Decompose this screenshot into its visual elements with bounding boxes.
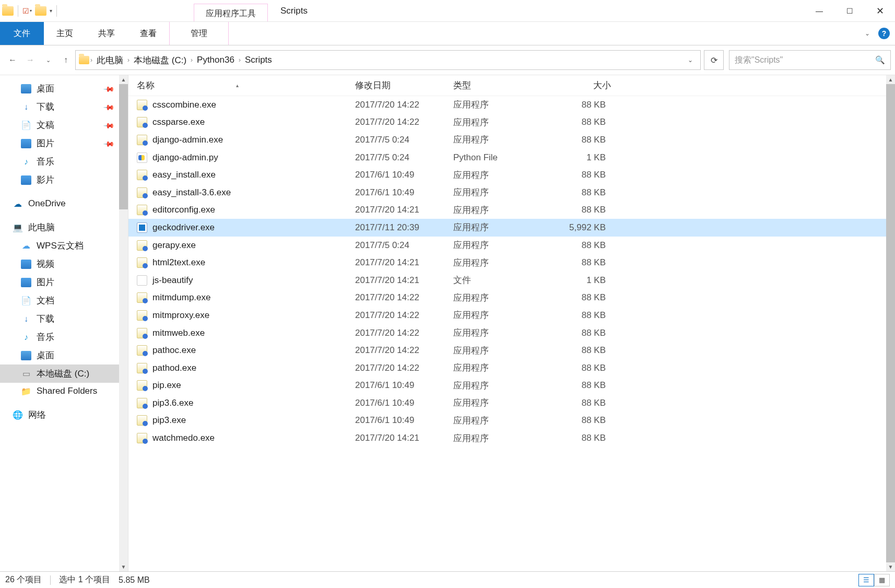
chevron-right-icon[interactable]: ›: [127, 56, 129, 64]
file-row[interactable]: cssparse.exe2017/7/20 14:22应用程序88 KB: [128, 114, 895, 132]
file-row[interactable]: pathoc.exe2017/7/20 14:22应用程序88 KB: [128, 342, 895, 359]
search-input[interactable]: [735, 55, 875, 65]
nav-item[interactable]: 📁Shared Folders: [0, 383, 128, 399]
sort-asc-icon: ▴: [236, 83, 239, 88]
file-type: 应用程序: [453, 186, 551, 198]
app-folder-icon[interactable]: [2, 6, 14, 16]
status-size: 5.85 MB: [119, 575, 150, 585]
address-dropdown-button[interactable]: ⌄: [684, 56, 697, 64]
nav-item[interactable]: 影片: [0, 171, 128, 189]
scroll-up-arrow-icon[interactable]: ▲: [886, 75, 895, 84]
file-row[interactable]: pip.exe2017/6/1 10:49应用程序88 KB: [128, 377, 895, 395]
file-row[interactable]: easy_install.exe2017/6/1 10:49应用程序88 KB: [128, 166, 895, 184]
nav-item[interactable]: 桌面: [0, 346, 128, 364]
file-scrollbar[interactable]: ▲ ▼: [886, 75, 895, 571]
nav-item[interactable]: ♪音乐: [0, 328, 128, 346]
nav-item[interactable]: ♪音乐: [0, 152, 128, 171]
file-row[interactable]: mitmweb.exe2017/7/20 14:22应用程序88 KB: [128, 324, 895, 342]
column-header-name[interactable]: 名称 ▴: [137, 79, 355, 91]
file-row[interactable]: html2text.exe2017/7/20 14:21应用程序88 KB: [128, 254, 895, 272]
breadcrumb-item[interactable]: Python36: [194, 55, 238, 65]
file-row[interactable]: pathod.exe2017/7/20 14:22应用程序88 KB: [128, 359, 895, 377]
file-date: 2017/6/1 10:49: [355, 170, 453, 180]
nav-item[interactable]: ↓下载: [0, 310, 128, 328]
tab-manage[interactable]: 管理: [169, 22, 229, 45]
minimize-button[interactable]: —: [804, 0, 834, 21]
qat-properties-button[interactable]: ☑▾: [22, 7, 32, 15]
scroll-up-arrow-icon[interactable]: ▲: [119, 75, 128, 84]
nav-item[interactable]: 📄文档: [0, 291, 128, 310]
file-row[interactable]: editorconfig.exe2017/7/20 14:21应用程序88 KB: [128, 202, 895, 219]
breadcrumb-item[interactable]: Scripts: [242, 55, 275, 65]
close-button[interactable]: ✕: [865, 0, 895, 21]
column-header-type[interactable]: 类型: [453, 79, 551, 91]
qat-new-folder-button[interactable]: [35, 6, 46, 16]
chevron-right-icon[interactable]: ›: [191, 56, 193, 64]
help-button[interactable]: ?: [878, 28, 890, 39]
nav-item[interactable]: 图片📌: [0, 134, 128, 152]
file-type: 应用程序: [453, 169, 551, 181]
nav-item-label: 桌面: [37, 349, 54, 361]
file-row[interactable]: js-beautify2017/7/20 14:21文件1 KB: [128, 272, 895, 289]
scroll-down-arrow-icon[interactable]: ▼: [119, 562, 128, 571]
tab-view[interactable]: 查看: [127, 22, 169, 45]
file-row[interactable]: django-admin.py2017/7/5 0:24Python File1…: [128, 149, 895, 167]
file-row[interactable]: csscombine.exe2017/7/20 14:22应用程序88 KB: [128, 96, 895, 114]
nav-scrollbar[interactable]: ▲ ▼: [119, 75, 128, 571]
nav-item[interactable]: 🌐网络: [0, 406, 128, 424]
tab-share[interactable]: 共享: [86, 22, 127, 45]
nav-item[interactable]: ☁WPS云文档: [0, 237, 128, 255]
file-date: 2017/7/20 14:22: [355, 310, 453, 321]
file-row[interactable]: django-admin.exe2017/7/5 0:24应用程序88 KB: [128, 131, 895, 149]
breadcrumb-item[interactable]: 此电脑: [93, 54, 126, 66]
scroll-thumb[interactable]: [886, 84, 895, 562]
file-row[interactable]: geckodriver.exe2017/7/11 20:39应用程序5,992 …: [128, 219, 895, 237]
context-tab-app-tools[interactable]: 应用程序工具: [194, 4, 268, 21]
search-icon[interactable]: 🔍: [875, 55, 885, 65]
file-size: 88 KB: [551, 363, 615, 373]
breadcrumb-bar[interactable]: › 此电脑 › 本地磁盘 (C:) › Python36 › Scripts ⌄: [75, 50, 701, 70]
file-row[interactable]: mitmproxy.exe2017/7/20 14:22应用程序88 KB: [128, 307, 895, 324]
scroll-down-arrow-icon[interactable]: ▼: [886, 562, 895, 571]
file-row[interactable]: watchmedo.exe2017/7/20 14:21应用程序88 KB: [128, 429, 895, 447]
nav-item[interactable]: 📄文稿📌: [0, 116, 128, 134]
nav-item[interactable]: ↓下载📌: [0, 98, 128, 116]
up-button[interactable]: ↑: [57, 52, 74, 68]
file-row[interactable]: pip3.6.exe2017/6/1 10:49应用程序88 KB: [128, 394, 895, 412]
nav-item-label: 图片: [37, 276, 54, 288]
tab-home[interactable]: 主页: [44, 22, 86, 45]
nav-item[interactable]: ▭本地磁盘 (C:): [0, 364, 128, 383]
file-row[interactable]: pip3.exe2017/6/1 10:49应用程序88 KB: [128, 412, 895, 430]
nav-item[interactable]: 图片: [0, 273, 128, 291]
disk-icon: ▭: [21, 369, 31, 379]
file-row[interactable]: gerapy.exe2017/7/5 0:24应用程序88 KB: [128, 237, 895, 254]
file-size: 5,992 KB: [551, 222, 615, 233]
chevron-right-icon[interactable]: ›: [90, 56, 92, 64]
qat-customize-button[interactable]: ▾: [50, 8, 52, 14]
file-row[interactable]: easy_install-3.6.exe2017/6/1 10:49应用程序88…: [128, 184, 895, 202]
nav-item[interactable]: 桌面📌: [0, 79, 128, 98]
scroll-thumb[interactable]: [119, 84, 128, 209]
file-date: 2017/6/1 10:49: [355, 187, 453, 198]
nav-item[interactable]: 视频: [0, 255, 128, 273]
video-icon: [21, 175, 31, 185]
file-name: pip3.exe: [152, 415, 186, 426]
back-button[interactable]: ←: [4, 52, 21, 68]
nav-item[interactable]: ☁OneDrive: [0, 195, 128, 212]
file-date: 2017/7/5 0:24: [355, 152, 453, 163]
search-box[interactable]: 🔍: [729, 50, 891, 70]
column-header-size[interactable]: 大小: [551, 79, 615, 91]
column-header-date[interactable]: 修改日期: [355, 79, 453, 91]
file-row[interactable]: mitmdump.exe2017/7/20 14:22应用程序88 KB: [128, 289, 895, 307]
breadcrumb-item[interactable]: 本地磁盘 (C:): [131, 54, 190, 66]
view-large-icons-button[interactable]: ▦: [874, 574, 890, 586]
ribbon-expand-button[interactable]: ⌄: [865, 30, 870, 37]
maximize-button[interactable]: ☐: [834, 0, 865, 21]
tab-file[interactable]: 文件: [0, 22, 44, 45]
nav-item[interactable]: 💻此电脑: [0, 218, 128, 237]
view-details-button[interactable]: ☰: [858, 574, 874, 586]
refresh-button[interactable]: ⟳: [704, 50, 724, 70]
chevron-right-icon[interactable]: ›: [239, 56, 241, 64]
forward-button[interactable]: →: [22, 52, 39, 68]
recent-locations-button[interactable]: ⌄: [40, 52, 56, 68]
